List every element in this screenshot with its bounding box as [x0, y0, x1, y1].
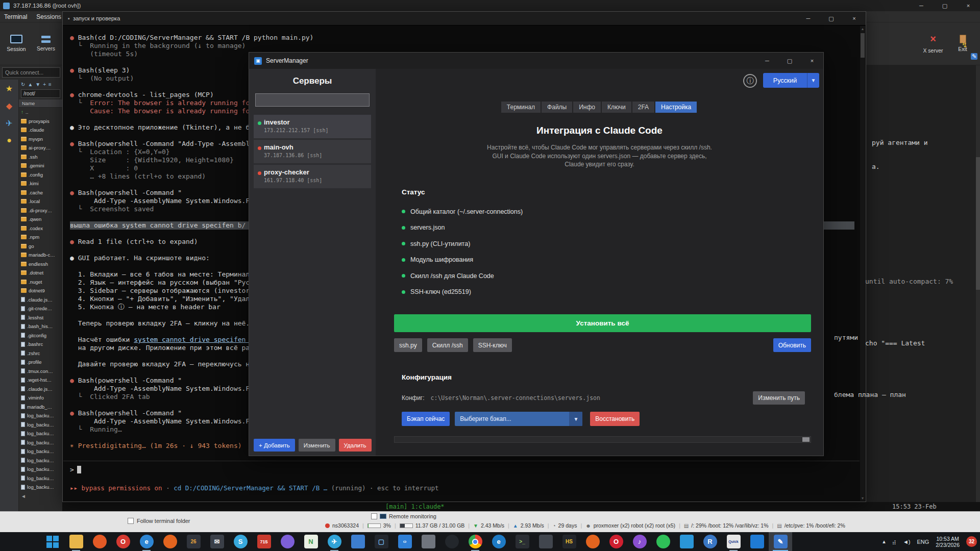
refresh-button[interactable]: Обновить [773, 338, 811, 352]
taskbar-remote-display[interactable]: ▢ [370, 532, 393, 551]
network-icon[interactable]: ⣴ [892, 538, 896, 545]
restore-button[interactable]: Восстановить [590, 412, 640, 426]
file-tree-item[interactable]: .kimi [19, 179, 62, 188]
taskbar-terminal-app[interactable]: >_ [510, 532, 534, 551]
file-tree-item[interactable]: proxyapis [19, 117, 62, 126]
macros-icon[interactable]: ◆ [0, 97, 18, 114]
quick-connect-input[interactable]: Quick connect... [2, 67, 60, 78]
file-tree-item[interactable]: .cache [19, 188, 62, 197]
scroll-down-icon[interactable]: ▼ [860, 496, 865, 500]
taskbar-firefox[interactable] [158, 532, 182, 551]
taskbar-docker[interactable] [675, 532, 698, 551]
taskbar-notepad[interactable]: N [299, 532, 323, 551]
menu-sessions[interactable]: Sessions [36, 13, 61, 20]
file-tree-item[interactable]: .bash_his… [19, 322, 62, 331]
file-tree-item[interactable]: mariadb-c… [19, 251, 62, 260]
favorites-icon[interactable]: ★ [0, 80, 18, 97]
file-tree-item[interactable]: .zshrc [19, 349, 62, 358]
sftp-path-input[interactable]: /root/ [21, 89, 60, 98]
taskbar-green-app[interactable] [651, 532, 675, 551]
file-tree-item[interactable]: .nuget [19, 278, 62, 287]
servermanager-titlebar[interactable]: ▣ ServerManager ─ ▢ × [249, 53, 823, 69]
minimize-icon[interactable]: ─ [910, 0, 933, 11]
taskbar-media-app[interactable] [534, 532, 557, 551]
file-tree-item[interactable]: .tmux.con… [19, 367, 62, 376]
taskbar-viber[interactable] [276, 532, 299, 551]
file-tree-item[interactable]: .viminfo [19, 393, 62, 403]
backup-select-dropdown[interactable]: Выберите бэкап... ▼ [455, 412, 582, 426]
backup-now-button[interactable]: Бэкап сейчас [402, 412, 450, 426]
file-tree-item[interactable]: log_backu… [19, 456, 62, 465]
file-tree-item[interactable]: .di-proxy… [19, 206, 62, 215]
volume-icon[interactable]: ◄) [903, 539, 911, 545]
taskbar-phone[interactable]: 715 [252, 532, 276, 551]
file-tree-item[interactable]: log_backu… [19, 411, 62, 420]
file-tree-item[interactable]: .npm [19, 233, 62, 242]
taskbar-messenger[interactable]: 26 [182, 532, 205, 551]
server-search-input[interactable] [255, 93, 370, 107]
file-tree-item[interactable]: .gitconfig [19, 331, 62, 340]
taskbar-music-app[interactable]: ♪ [628, 532, 651, 551]
taskbar-rstudio[interactable]: R [698, 532, 722, 551]
background-scrollbar[interactable] [976, 65, 980, 511]
tree-scroll-left-icon[interactable]: ◄ [19, 493, 62, 499]
maximize-icon[interactable]: ▢ [933, 0, 957, 11]
tray-clock[interactable]: 10:53 AM 2/23/2026 [936, 536, 960, 548]
terminal-minimize-icon[interactable]: ─ [797, 12, 820, 25]
file-tree-item[interactable]: dotnet9 [19, 286, 62, 295]
file-tree-item[interactable]: myvpn [19, 135, 62, 144]
terminal-scrollbar[interactable]: ▲ ▼ [860, 26, 865, 501]
send-icon[interactable]: ✈ [0, 114, 18, 132]
taskbar-quick-launch[interactable]: Quick [722, 532, 745, 551]
taskbar-edge[interactable]: e [135, 532, 158, 551]
servers-button[interactable]: Servers [32, 24, 60, 62]
taskbar-hs-app[interactable]: HS [557, 532, 581, 551]
server-list-item[interactable]: proxy-checker161.97.118.40 [ssh] [254, 165, 371, 188]
file-tree-item[interactable]: .ssh [19, 153, 62, 162]
file-tree-item[interactable]: log_backu… [19, 420, 62, 430]
taskbar-opera[interactable]: O [111, 532, 135, 551]
notification-badge[interactable]: 32 [966, 536, 977, 547]
sftp-tool-icon[interactable]: ↻ [21, 82, 25, 87]
file-tree-item[interactable]: .claude.js… [19, 295, 62, 305]
status-icon[interactable]: ● [0, 132, 18, 149]
file-tree-item[interactable]: log_backu… [19, 483, 62, 492]
taskbar-skype[interactable]: S [229, 532, 252, 551]
server-list-item[interactable]: main-ovh37.187.136.86 [ssh] [254, 140, 371, 163]
file-tree-item[interactable]: .dotnet [19, 268, 62, 278]
sftp-tool-icon[interactable]: ≡ [48, 82, 52, 87]
taskbar-paint[interactable]: ✎ [769, 532, 792, 551]
pencil-icon[interactable]: ✎ [971, 53, 977, 60]
file-tree-item[interactable]: .git-crede… [19, 304, 62, 313]
horizontal-scrollbar[interactable] [394, 436, 811, 443]
component-button[interactable]: Скилл /ssh [427, 338, 468, 352]
taskbar-file-explorer[interactable] [64, 532, 88, 551]
lightning-icon[interactable]: ↯ [962, 41, 968, 49]
keyboard-language[interactable]: ENG [917, 539, 929, 545]
file-tree-item[interactable]: log_backu… [19, 465, 62, 474]
taskbar-edge-beta[interactable]: e [487, 532, 510, 551]
sm-close-icon[interactable]: × [801, 53, 823, 69]
server-list-item[interactable]: investor173.212.212.157 [ssh] [254, 115, 371, 138]
menu-terminal[interactable]: Terminal [4, 13, 27, 20]
terminal-close-icon[interactable]: × [843, 12, 866, 25]
component-button[interactable]: SSH-ключ [473, 338, 512, 352]
file-tree-item[interactable]: .qwen [19, 215, 62, 224]
file-tree-item[interactable]: .lesshst [19, 313, 62, 322]
scrollbar-thumb[interactable] [861, 33, 865, 58]
edit-server-button[interactable]: Изменить [299, 439, 335, 452]
file-tree-item[interactable]: ai-proxy… [19, 143, 62, 153]
tray-chevron-icon[interactable]: ▴ [883, 538, 886, 545]
file-tree-item[interactable]: .claude.js… [19, 385, 62, 394]
file-tree-item[interactable]: .config [19, 170, 62, 180]
session-button[interactable]: Session [2, 24, 31, 62]
sftp-column-header[interactable]: Name [19, 99, 62, 108]
delete-server-button[interactable]: Удалить [339, 439, 372, 452]
scroll-up-icon[interactable]: ▲ [860, 27, 865, 31]
add-server-button[interactable]: + Добавить [254, 439, 295, 452]
taskbar-telegram[interactable]: ✈ [323, 532, 346, 551]
file-tree-item[interactable]: log_backu… [19, 429, 62, 438]
terminal-maximize-icon[interactable]: ▢ [820, 12, 843, 25]
sftp-tool-icon[interactable]: ▼ [35, 82, 40, 87]
terminal-titlebar[interactable]: ▪ запуск и проверка ─ ▢ × [63, 12, 866, 26]
